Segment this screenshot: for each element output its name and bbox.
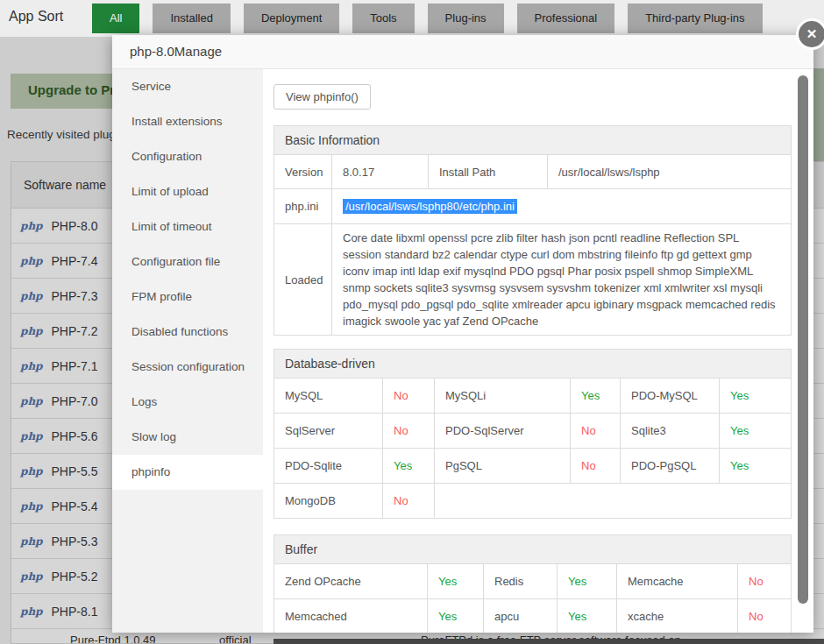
db-item-status: No (383, 414, 435, 449)
table-row: MongoDB No (274, 484, 792, 519)
table-row: PDO-Sqlite Yes PgSQL No PDO-PgSQL Yes (274, 449, 792, 484)
upgrade-banner-text: Upgrade to Pro (28, 82, 123, 97)
db-item-name: PDO-Sqlite (274, 449, 383, 484)
menu-item-session-configuration[interactable]: Session configuration (112, 350, 263, 385)
software-name: PHP-7.3 (52, 289, 98, 303)
buffer-section: Buffer Zend OPcache Yes Redis Yes Memcac… (273, 534, 792, 633)
db-item-name: Sqlite3 (621, 414, 720, 449)
empty-cell (435, 484, 792, 519)
buffer-item-status: Yes (428, 599, 484, 633)
php-icon: php (20, 395, 43, 407)
table-row: SqlServer No PDO-SqlServer No Sqlite3 Ye… (274, 414, 792, 449)
software-name: PHP-5.5 (52, 464, 98, 478)
db-item-name: PDO-PgSQL (621, 449, 720, 484)
menu-item-limit-of-upload[interactable]: Limit of upload (112, 174, 263, 209)
menu-item-disabled-functions[interactable]: Disabled functions (112, 315, 263, 350)
loaded-label: Loaded (274, 224, 332, 336)
loaded-modules-value: Core date libxml openssl pcre zlib filte… (332, 224, 792, 336)
buffer-item-status: Yes (558, 564, 617, 599)
phpini-cell: /usr/local/lsws/lsphp80/etc/php.ini (332, 189, 792, 224)
software-name: PHP-5.3 (52, 534, 98, 548)
db-item-name: SqlServer (274, 414, 383, 449)
buffer-item-name: Redis (484, 564, 558, 599)
db-item-name: MySQL (274, 379, 383, 414)
table-row: MySQL No MySQLi Yes PDO-MySQL Yes (274, 379, 792, 414)
db-item-name: PDO-SqlServer (435, 414, 571, 449)
software-name: PHP-5.2 (52, 570, 98, 584)
menu-item-install-extensions[interactable]: Install extensions (112, 104, 263, 139)
db-item-status: No (571, 414, 621, 449)
php-icon: php (20, 465, 43, 478)
software-name: PHP-7.2 (52, 324, 98, 338)
buffer-table: Zend OPcache Yes Redis Yes Memcache No M… (273, 563, 792, 633)
db-item-status: Yes (383, 449, 435, 484)
modal-side-menu: ServiceInstall extensionsConfigurationLi… (112, 69, 263, 633)
tab-plug-ins[interactable]: Plug-ins (428, 4, 504, 33)
database-driven-table: MySQL No MySQLi Yes PDO-MySQL Yes SqlSer… (273, 378, 792, 519)
software-name: PHP-7.4 (52, 254, 98, 268)
software-name: PHP-8.1 (52, 605, 98, 619)
view-phpinfo-button[interactable]: View phpinfo() (273, 84, 371, 110)
db-item-status: No (383, 379, 435, 414)
db-item-name: MySQLi (435, 379, 571, 414)
db-item-status: No (571, 449, 621, 484)
php-icon: php (20, 255, 43, 267)
software-name: PHP-8.0 (52, 219, 98, 233)
buffer-item-status: No (738, 599, 792, 633)
app-sort-tabs: All Installed Deployment Tools Plug-ins … (92, 4, 763, 33)
menu-item-service[interactable]: Service (112, 69, 263, 104)
php-icon: php (20, 535, 43, 548)
modal-body: ServiceInstall extensionsConfigurationLi… (112, 69, 813, 633)
modal-header: php-8.0Manage (112, 35, 813, 69)
php-icon: php (20, 430, 43, 442)
modal-scrollbar-thumb[interactable] (798, 75, 808, 604)
tab-installed[interactable]: Installed (153, 4, 230, 33)
version-value: 8.0.17 (332, 155, 429, 189)
php-icon: php (20, 570, 43, 583)
php-icon: php (20, 360, 43, 372)
db-item-status: No (383, 484, 435, 519)
bottom-dark-strip (273, 639, 824, 644)
php-icon: php (20, 605, 43, 618)
php-icon: php (20, 290, 43, 302)
install-path-label: Install Path (429, 155, 548, 189)
menu-item-slow-log[interactable]: Slow log (112, 420, 263, 455)
close-icon[interactable]: ✕ (796, 18, 824, 50)
phpini-label: php.ini (274, 189, 332, 224)
tab-professional[interactable]: Professional (517, 4, 615, 33)
buffer-item-status: Yes (558, 599, 617, 633)
menu-item-configuration-file[interactable]: Configuration file (112, 244, 263, 280)
tab-tools[interactable]: Tools (352, 4, 414, 33)
app-sort-bar: App Sort All Installed Deployment Tools … (0, 0, 824, 37)
tab-third-party-plug-ins[interactable]: Third-party Plug-ins (628, 4, 762, 33)
db-item-name: PDO-MySQL (621, 379, 720, 414)
tab-deployment[interactable]: Deployment (244, 4, 339, 33)
install-path-value: /usr/local/lsws/lsphp (548, 155, 792, 189)
database-driven-title: Database-driven (273, 349, 792, 378)
db-item-status: Yes (571, 379, 621, 414)
menu-item-fpm-profile[interactable]: FPM profile (112, 280, 263, 315)
db-item-status: Yes (720, 414, 792, 449)
buffer-title: Buffer (273, 534, 792, 563)
phpini-value-selected: /usr/local/lsws/lsphp80/etc/php.ini (343, 199, 517, 214)
table-row: Zend OPcache Yes Redis Yes Memcache No (274, 564, 792, 599)
basic-information-table: Version 8.0.17 Install Path /usr/local/l… (273, 154, 792, 336)
pure-ftpd-name: Pure-Ftpd 1.0.49 (70, 633, 156, 644)
table-row: Memcached Yes apcu Yes xcache No (274, 599, 792, 633)
software-name: PHP-7.1 (52, 359, 98, 373)
menu-item-configuration[interactable]: Configuration (112, 139, 263, 174)
menu-item-logs[interactable]: Logs (112, 385, 263, 420)
buffer-item-status: Yes (428, 564, 484, 599)
buffer-item-name: Memcached (274, 599, 428, 633)
software-name: PHP-5.4 (52, 499, 98, 513)
menu-item-phpinfo[interactable]: phpinfo (112, 455, 263, 490)
buffer-item-name: apcu (484, 599, 558, 633)
menu-item-limit-of-timeout[interactable]: Limit of timeout (112, 209, 263, 244)
pure-ftpd-tag: official (219, 633, 252, 644)
db-item-name: MongoDB (274, 484, 383, 519)
table-row: php.ini /usr/local/lsws/lsphp80/etc/php.… (274, 189, 792, 224)
buffer-item-name: Zend OPcache (274, 564, 428, 599)
version-label: Version (274, 155, 332, 189)
tab-all[interactable]: All (92, 4, 139, 33)
modal-title: php-8.0Manage (112, 35, 813, 68)
